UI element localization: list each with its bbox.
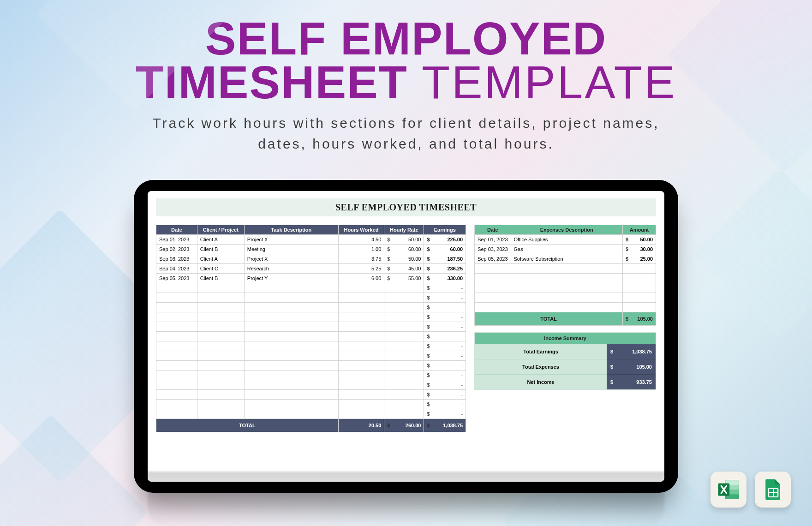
table-row — [475, 264, 656, 274]
table-row: Sep 05, 2023Software Subsrciption25.00 — [475, 254, 656, 264]
table-row: - — [156, 371, 466, 380]
cell-date: Sep 03, 2023 — [475, 245, 511, 254]
cell-earnings: - — [424, 390, 466, 400]
cell-client: Client B — [197, 274, 244, 283]
summary-label: Total Expenses — [475, 359, 607, 374]
timesheet-table: Date Client / Project Task Description H… — [156, 225, 466, 432]
col-date: Date — [156, 225, 197, 235]
cell-earnings: - — [424, 361, 466, 371]
exp-col-amount: Amount — [623, 225, 656, 235]
cell-desc: Office Supplies — [511, 235, 622, 245]
cell-date: Sep 03, 2023 — [156, 254, 197, 264]
table-row: Sep 01, 2023Client AProject X4.5050.0022… — [156, 235, 466, 245]
cell-task: Project Y — [244, 274, 338, 283]
table-row — [475, 274, 656, 283]
subtitle-line-2: dates, hours worked, and total hours. — [0, 133, 812, 154]
cell-client: Client B — [197, 245, 244, 254]
table-row: - — [156, 409, 466, 419]
cell-client: Client A — [197, 235, 244, 245]
table-row: Sep 03, 2023Gas30.00 — [475, 245, 656, 254]
expenses-table: Date Expenses Description Amount Sep 01,… — [474, 225, 656, 326]
cell-earnings: - — [424, 283, 466, 293]
cell-date: Sep 01, 2023 — [475, 235, 511, 245]
table-row — [475, 303, 656, 312]
table-row: - — [156, 332, 466, 341]
cell-task: Meeting — [244, 245, 338, 254]
timesheet-total-label: TOTAL — [156, 419, 339, 432]
cell-amount: 30.00 — [623, 245, 656, 254]
cell-task: Research — [244, 264, 338, 274]
cell-client: Client C — [197, 264, 244, 274]
cell-earnings: - — [424, 351, 466, 361]
col-rate: Hourly Rate — [384, 225, 424, 235]
google-sheets-icon — [755, 472, 791, 508]
sheet-title: SELF EMPLOYED TIMESHEET — [156, 198, 656, 216]
timesheet-total-hours: 20.50 — [338, 419, 384, 432]
cell-desc: Software Subsrciption — [511, 254, 622, 264]
table-row: Sep 01, 2023Office Supplies50.00 — [475, 235, 656, 245]
summary-label: Net Income — [475, 374, 607, 389]
table-row: Sep 04, 2023Client CResearch5.2545.00236… — [156, 264, 466, 274]
col-earnings: Earnings — [424, 225, 466, 235]
excel-icon — [710, 472, 746, 508]
subtitle-line-1: Track work hours with sections for clien… — [0, 113, 812, 133]
tablet-reflection — [148, 472, 664, 526]
cell-rate: 60.00 — [384, 245, 424, 254]
table-row: - — [156, 283, 466, 293]
col-hours: Hours Worked — [338, 225, 384, 235]
table-row: - — [156, 303, 466, 312]
timesheet-total-rate: 260.00 — [384, 419, 424, 432]
cell-date: Sep 05, 2023 — [475, 254, 511, 264]
table-row: - — [156, 312, 466, 322]
table-row: - — [156, 341, 466, 351]
cell-earnings: 330.00 — [424, 274, 466, 283]
table-row — [475, 293, 656, 303]
title-line-1: SELF EMPLOYED — [0, 17, 812, 60]
summary-row: Total Expenses105.00 — [475, 359, 656, 374]
subtitle: Track work hours with sections for clien… — [0, 113, 812, 154]
cell-date: Sep 04, 2023 — [156, 264, 197, 274]
income-summary: Income Summary Total Earnings1,038.75Tot… — [474, 332, 656, 390]
expenses-total-label: TOTAL — [475, 312, 623, 326]
cell-amount: 50.00 — [623, 235, 656, 245]
cell-rate: 45.00 — [384, 264, 424, 274]
cell-earnings: - — [424, 371, 466, 380]
exp-col-desc: Expenses Description — [511, 225, 622, 235]
cell-rate: 55.00 — [384, 274, 424, 283]
cell-client: Client A — [197, 254, 244, 264]
cell-earnings: - — [424, 322, 466, 332]
cell-earnings: 225.00 — [424, 235, 466, 245]
cell-hours: 6.00 — [338, 274, 384, 283]
cell-task: Project X — [244, 254, 338, 264]
title-line-2a: TIMESHEET — [136, 56, 408, 108]
summary-row: Total Earnings1,038.75 — [475, 344, 656, 359]
table-row: - — [156, 293, 466, 303]
exp-col-date: Date — [475, 225, 511, 235]
cell-task: Project X — [244, 235, 338, 245]
cell-earnings: 236.25 — [424, 264, 466, 274]
summary-row: Net Income933.75 — [475, 374, 656, 389]
table-row: - — [156, 351, 466, 361]
table-row: - — [156, 380, 466, 390]
cell-earnings: - — [424, 400, 466, 409]
table-row: - — [156, 322, 466, 332]
table-row — [475, 283, 656, 293]
col-client: Client / Project — [197, 225, 244, 235]
timesheet-total-earnings: 1,038.75 — [424, 419, 466, 432]
cell-amount: 25.00 — [623, 254, 656, 264]
cell-earnings: 187.50 — [424, 254, 466, 264]
page-title: SELF EMPLOYED TIMESHEET TEMPLATE — [0, 0, 812, 104]
table-row: Sep 03, 2023Client AProject X3.7550.0018… — [156, 254, 466, 264]
summary-value: 933.75 — [607, 374, 656, 389]
cell-hours: 4.50 — [338, 235, 384, 245]
tablet-mockup: SELF EMPLOYED TIMESHEET Date Client / Pr… — [134, 180, 678, 493]
cell-hours: 1.00 — [338, 245, 384, 254]
cell-earnings: - — [424, 303, 466, 312]
cell-earnings: 60.00 — [424, 245, 466, 254]
cell-date: Sep 02, 2023 — [156, 245, 197, 254]
cell-desc: Gas — [511, 245, 622, 254]
title-line-2b: TEMPLATE — [408, 56, 676, 108]
summary-header: Income Summary — [475, 333, 656, 344]
cell-earnings: - — [424, 341, 466, 351]
cell-earnings: - — [424, 409, 466, 419]
